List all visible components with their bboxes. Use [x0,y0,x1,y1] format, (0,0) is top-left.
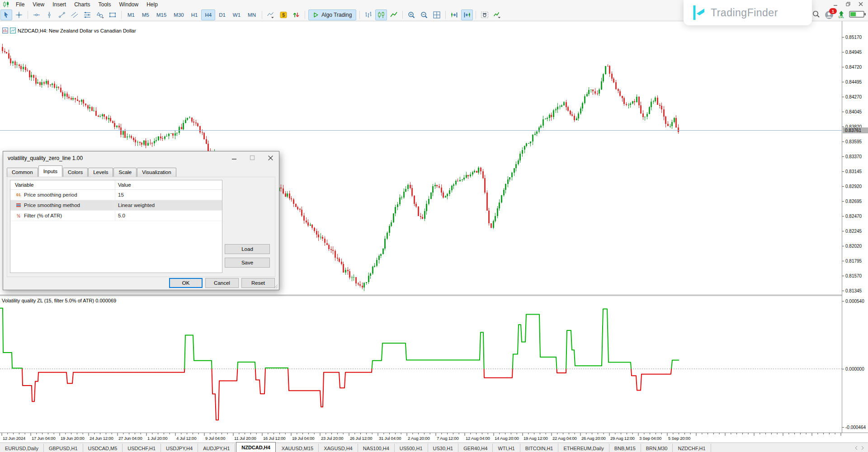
symbol-tab-xauusd[interactable]: XAUUSD,M15 [277,444,319,452]
equidistant-channel-button[interactable] [69,9,80,20]
chart-period-icon[interactable] [10,28,16,33]
tile-windows-button[interactable] [431,9,443,20]
symbol-tab-bnb[interactable]: BNB,M15 [609,444,641,452]
menu-tools[interactable]: Tools [94,0,115,9]
restore-window-icon[interactable] [844,1,853,7]
symbol-tab-us500[interactable]: US500,H1 [395,444,428,452]
bars-style-button[interactable] [363,9,374,20]
symbol-tab-usdcad[interactable]: USDCAD,M5 [83,444,123,452]
symbol-tab-brn[interactable]: BRN,M30 [641,444,673,452]
timeframe-h4-button[interactable]: H4 [201,9,215,20]
shift-left-button[interactable] [461,9,473,20]
shapes-button[interactable] [94,9,106,20]
indicators-dropdown-button[interactable] [491,9,503,20]
cancel-button[interactable]: Cancel [205,278,239,288]
param-value[interactable]: 15 [115,190,222,200]
tab-scroll-right-icon[interactable] [861,446,864,450]
zoom-in-button[interactable] [406,9,417,20]
dialog-tab-levels[interactable]: Levels [88,168,113,177]
timeframe-mn-button[interactable]: MN [244,9,259,20]
symbol-tab-audjpy[interactable]: AUDJPY,H1 [198,444,235,452]
symbol-tab-ger40[interactable]: GER40,H4 [458,444,493,452]
horizontal-line-button[interactable] [31,9,42,20]
symbol-tab-bitcoin[interactable]: BITCOIN,H1 [520,444,559,452]
symbol-tab-bar: EURUSD,DailyGBPUSD,H1USDCAD,M5USDCHF,H1U… [0,443,868,452]
symbol-tab-usdchf[interactable]: USDCHF,H1 [123,444,161,452]
menu-file[interactable]: File [12,0,28,9]
time-axis-label: 7 Aug 12:00 [437,436,459,441]
quick-trade-button[interactable]: $ [278,9,289,20]
symbol-tab-wti[interactable]: WTI,H1 [493,444,520,452]
zoom-out-button[interactable] [418,9,430,20]
shift-end-button[interactable] [448,9,460,20]
symbol-tab-xagusd[interactable]: XAGUSD,H4 [319,444,358,452]
param-row[interactable]: 01Price smoothing period15 [10,190,222,200]
chart-window-icon[interactable] [2,28,8,33]
time-axis-label: 29 Aug 12:00 [610,436,635,441]
menu-charts[interactable]: Charts [70,0,94,9]
menu-window[interactable]: Window [115,0,143,9]
dialog-tab-scale[interactable]: Scale [113,168,137,177]
search-icon[interactable] [812,10,820,20]
timeframe-h1-button[interactable]: H1 [188,9,202,20]
profile-icon[interactable]: 1 [825,10,834,19]
timeframe-m30-button[interactable]: M30 [170,9,187,20]
menu-insert[interactable]: Insert [48,0,70,9]
crosshair-button[interactable] [13,9,25,20]
symbol-tab-ethereum[interactable]: ETHEREUM,Daily [558,444,609,452]
cursor-button[interactable] [0,9,12,20]
symbol-tab-usdjpy[interactable]: USDJPY,H4 [161,444,198,452]
symbol-tab-us30[interactable]: US30,H1 [428,444,459,452]
save-button[interactable]: Save [225,258,270,268]
symbol-tab-gbpusd[interactable]: GBPUSD,H1 [44,444,83,452]
dialog-close-icon[interactable] [264,153,276,162]
new-order-button[interactable] [290,9,302,20]
timeframe-m5-button[interactable]: M5 [138,9,153,20]
timeframe-m1-button[interactable]: M1 [124,9,138,20]
price-axis[interactable]: 0.851700.849450.847200.844950.842700.840… [842,21,868,433]
vertical-line-button[interactable] [43,9,55,20]
menu-help[interactable]: Help [142,0,162,9]
dialog-tab-colors[interactable]: Colors [63,168,88,177]
dialog-minimize-icon[interactable] [228,153,240,162]
minimize-window-icon[interactable] [831,1,840,7]
price-tick [842,141,844,142]
dialog-tab-visualization[interactable]: Visualization [137,168,176,177]
dialog-tab-common[interactable]: Common [7,168,38,177]
tab-scroll-left-icon[interactable] [854,446,858,450]
chart-style-dropdown-icon [267,11,275,19]
trendline-button[interactable] [56,9,68,20]
timeframe-w1-button[interactable]: W1 [229,9,244,20]
quick-trade-icon: $ [279,11,288,19]
symbol-tab-nzdcad[interactable]: NZDCAD,H4 [236,442,276,452]
symbol-tab-eurusd[interactable]: EURUSD,Daily [0,444,44,452]
candles-style-button[interactable] [375,9,387,20]
menu-view[interactable]: View [28,0,48,9]
param-row[interactable]: Price smoothing methodLinear weighted [10,200,222,211]
timeframe-m15-button[interactable]: M15 [153,9,170,20]
symbol-tab-nas100[interactable]: NAS100,H4 [358,444,395,452]
load-button[interactable]: Load [225,244,270,254]
ok-button[interactable]: OK [169,278,203,288]
algo-trading-button[interactable]: Algo Trading [308,9,356,20]
dialog-tab-inputs[interactable]: Inputs [38,165,62,177]
timeframe-d1-button[interactable]: D1 [215,9,229,20]
time-axis[interactable]: 12 Jun 202417 Jun 04:0019 Jun 20:0024 Ju… [0,433,868,443]
indicator-canvas[interactable] [0,296,842,433]
param-value[interactable]: 5.0 [115,211,222,221]
chart-style-dropdown-button[interactable] [265,9,277,20]
param-row[interactable]: ½Filter (% of ATR)5.0 [10,211,222,221]
reset-button[interactable]: Reset [241,278,275,288]
resize-grip[interactable] [274,284,278,289]
close-window-icon[interactable] [856,1,865,7]
price-axis-label: 0.82920 [845,184,862,189]
screenshot-button[interactable] [479,9,491,20]
vqzl-line-segment [671,360,679,369]
rectangle-button[interactable] [107,9,118,20]
line-style-button[interactable] [388,9,400,20]
symbol-tab-nzdchf[interactable]: NZDCHF,H1 [673,444,711,452]
level-icon[interactable]: LVL [838,11,844,19]
param-value[interactable]: Linear weighted [115,200,222,210]
fibonacci-button[interactable] [81,9,93,20]
value-column-header: Value [115,180,222,189]
